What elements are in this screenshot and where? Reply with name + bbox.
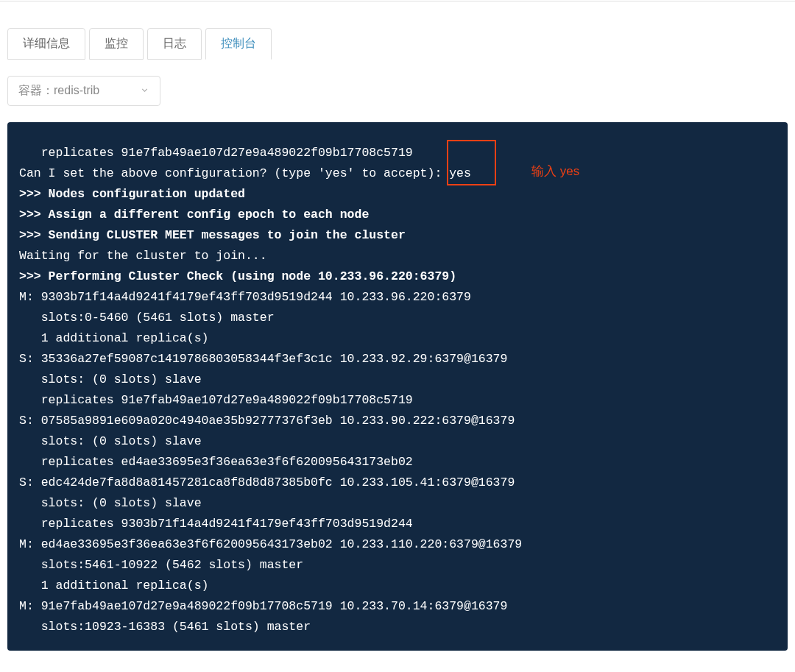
- console-line: slots: (0 slots) slave: [19, 493, 776, 514]
- console-line: M: 9303b71f14a4d9241f4179ef43ff703d9519d…: [19, 287, 776, 308]
- console-line: slots:0-5460 (5461 slots) master: [19, 308, 776, 328]
- console-line: M: ed4ae33695e3f36ea63e3f6f620095643173e…: [19, 534, 776, 555]
- console-line: Can I set the above configuration? (type…: [19, 163, 776, 184]
- tab-bar: 详细信息 监控 日志 控制台: [7, 28, 788, 60]
- console-line: >>> Nodes configuration updated: [19, 184, 776, 205]
- tab-log[interactable]: 日志: [147, 28, 202, 60]
- console-line: S: 35336a27ef59087c1419786803058344f3ef3…: [19, 349, 776, 369]
- console-line: slots: (0 slots) slave: [19, 369, 776, 390]
- console-line: >>> Assign a different config epoch to e…: [19, 205, 776, 225]
- console-line: Waiting for the cluster to join...: [19, 246, 776, 266]
- console-line: slots:5461-10922 (5462 slots) master: [19, 555, 776, 576]
- console-line: replicates 91e7fab49ae107d27e9a489022f09…: [19, 390, 776, 411]
- annotation-text: 输入 yes: [531, 161, 579, 182]
- console-line: 1 additional replica(s): [19, 576, 776, 596]
- chevron-down-icon: [140, 85, 149, 97]
- tab-detail[interactable]: 详细信息: [7, 28, 85, 60]
- console-line: replicates 91e7fab49ae107d27e9a489022f09…: [19, 143, 776, 163]
- main-container: 详细信息 监控 日志 控制台 容器：redis-trib 输入 yes repl…: [0, 28, 795, 651]
- console-line: replicates 9303b71f14a4d9241f4179ef43ff7…: [19, 514, 776, 534]
- tab-monitor[interactable]: 监控: [89, 28, 144, 60]
- console-line: S: edc424de7fa8d8a81457281ca8f8d8d87385b…: [19, 473, 776, 493]
- top-divider: [0, 0, 795, 1]
- console-line: 1 additional replica(s): [19, 328, 776, 349]
- dropdown-label: 容器：redis-trib: [18, 83, 99, 99]
- console-line: M: 91e7fab49ae107d27e9a489022f09b17708c5…: [19, 596, 776, 617]
- console-line: slots:10923-16383 (5461 slots) master: [19, 617, 776, 637]
- console-line: S: 07585a9891e609a020c4940ae35b92777376f…: [19, 411, 776, 431]
- console-line: replicates ed4ae33695e3f36ea63e3f6f62009…: [19, 452, 776, 473]
- console-line: slots: (0 slots) slave: [19, 431, 776, 452]
- console-line: >>> Sending CLUSTER MEET messages to joi…: [19, 225, 776, 246]
- tab-console[interactable]: 控制台: [205, 28, 272, 60]
- console-line: >>> Performing Cluster Check (using node…: [19, 266, 776, 287]
- container-dropdown[interactable]: 容器：redis-trib: [7, 76, 160, 106]
- console-output[interactable]: 输入 yes replicates 91e7fab49ae107d27e9a48…: [7, 122, 788, 651]
